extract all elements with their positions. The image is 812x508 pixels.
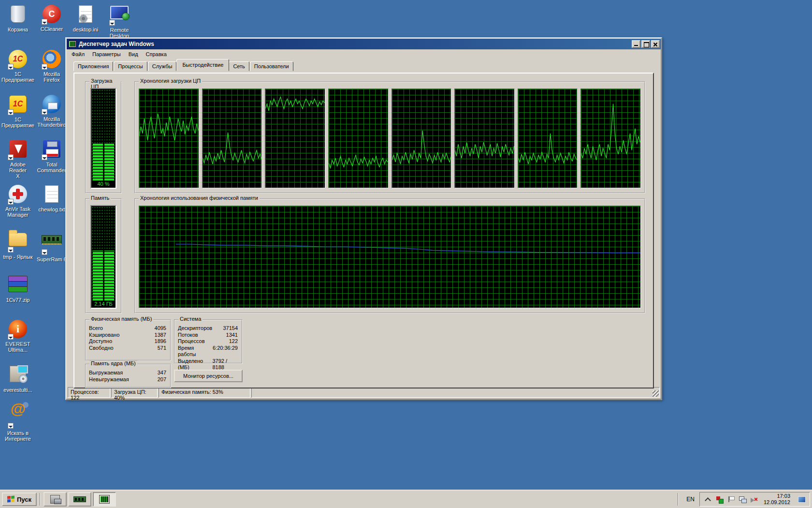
desktop-icon-installer[interactable]: everestulti...: [1, 364, 35, 393]
tab-процессы[interactable]: Процессы: [114, 61, 147, 71]
performance-tab-page: Загрузка ЦП 40 % Хронология загрузки ЦП …: [73, 73, 654, 388]
shortcut-arrow-icon: [42, 19, 47, 25]
stat-label: Доступно: [89, 338, 112, 345]
task-manager-task-button[interactable]: [93, 492, 116, 507]
memory-history-panel: [139, 206, 641, 308]
tray-clock: 17:03 12.09.2012: [762, 493, 792, 506]
desktop-icon-firefox[interactable]: Mozilla Firefox: [35, 49, 69, 83]
tray-panel: 17:03 12.09.2012: [699, 492, 810, 507]
desktop-icon-label: EVEREST Ultima...: [1, 341, 35, 353]
desktop-icon-total-commander[interactable]: Total Commander: [35, 139, 69, 173]
desktop-icon-ccleaner[interactable]: CCCleaner: [35, 4, 69, 32]
desktop-icon-recycle-bin[interactable]: Корзина: [1, 4, 35, 32]
desktop-icon-label: 1С Предприятие: [1, 117, 35, 128]
minimize-button[interactable]: [632, 40, 640, 48]
task-manager-window: Диспетчер задач Windows ФайлПараметрыВид…: [65, 37, 662, 400]
show-desktop-icon[interactable]: [798, 496, 806, 503]
memory-value: 2,14 ГБ: [91, 300, 116, 308]
tab-быстродействие[interactable]: Быстродействие: [176, 59, 229, 71]
cpu-history-panel: [580, 89, 641, 188]
resize-grip[interactable]: [652, 390, 659, 397]
maximize-button[interactable]: [641, 40, 650, 48]
desktop-icon-zip-archive[interactable]: 1Cv77.zip: [1, 274, 35, 303]
title-bar[interactable]: Диспетчер задач Windows: [67, 39, 661, 49]
stat-value: 571: [158, 345, 166, 352]
tab-службы[interactable]: Службы: [148, 61, 177, 71]
desktop-icon-label: Mozilla Thunderbird: [35, 116, 69, 128]
desktop-icon-everest[interactable]: iEVEREST Ultima...: [1, 319, 35, 353]
desktop-icon-1c-v8[interactable]: 1С1С Предприятие: [1, 94, 35, 128]
stat-row: Процессов122: [177, 338, 239, 345]
cpu-usage-group: Загрузка ЦП 40 %: [85, 81, 122, 194]
desktop-icon-search-internet[interactable]: @Искать в Интернете: [1, 409, 35, 442]
stat-value: 207: [158, 376, 166, 383]
desktop-icon-label: Total Commander: [35, 162, 69, 173]
stat-value: 347: [158, 370, 166, 376]
tray-network-icon[interactable]: [739, 495, 746, 503]
menu-справка[interactable]: Справка: [142, 50, 171, 58]
task-manager-icon: [69, 41, 76, 47]
tray-separator: [678, 493, 679, 506]
tab-приложения[interactable]: Приложения: [73, 61, 113, 71]
anvir-task-button[interactable]: [44, 492, 67, 507]
stat-row: Всего4095: [88, 325, 167, 332]
stat-label: Кэшировано: [89, 332, 119, 339]
desktop-icon-label: SuperRam 6: [35, 256, 69, 262]
kernel-memory-group: Память ядра (МБ) Выгружаемая347Невыгружа…: [85, 364, 171, 388]
stat-value: 6:20:36:29: [213, 345, 238, 358]
stat-row: Выгружаемая347: [88, 370, 167, 376]
desktop-icon-folder[interactable]: tmp - Ярлык: [1, 229, 35, 260]
status-pane: Загрузка ЦП: 40%: [111, 387, 158, 398]
stat-value: 1896: [155, 338, 166, 345]
menu-файл[interactable]: Файл: [68, 50, 88, 58]
stat-label: Выгружаемая: [89, 370, 123, 376]
tray-volume-muted-icon[interactable]: [750, 495, 758, 503]
shortcut-arrow-icon: [8, 154, 14, 160]
desktop-icon-ram[interactable]: SuperRam 6: [35, 229, 69, 262]
shortcut-arrow-icon: [8, 109, 14, 115]
installer-icon: [10, 366, 26, 382]
tray-app-icon[interactable]: [715, 495, 723, 503]
desktop-icon-label: Искать в Интернете: [1, 430, 35, 442]
tab-пользователи[interactable]: Пользователи: [250, 61, 293, 71]
desktop-icon-adobe-reader[interactable]: Adobe Reader X: [1, 139, 35, 179]
stat-value: 4095: [155, 325, 166, 332]
status-bar: Процессов: 122Загрузка ЦП: 40%Физическая…: [68, 387, 660, 398]
cpu-history-panel: [265, 89, 325, 188]
desktop-icon-thunderbird[interactable]: Mozilla Thunderbird: [35, 94, 69, 128]
cpu-history-panel: [202, 89, 262, 188]
stat-row: Выделено (МБ)3792 / 8188: [177, 358, 239, 371]
menu-bar: ФайлПараметрыВидСправка: [67, 49, 661, 59]
tray-expand-icon[interactable]: [704, 495, 711, 503]
zip-archive-icon: [8, 276, 28, 292]
stat-label: Процессов: [178, 338, 205, 345]
menu-параметры[interactable]: Параметры: [88, 50, 125, 58]
tray-flag-icon[interactable]: [727, 495, 735, 503]
shortcut-arrow-icon: [8, 334, 14, 340]
system-title: Система: [178, 316, 203, 322]
memory-title: Память: [89, 195, 111, 201]
recycle-bin-icon: [11, 5, 25, 23]
stat-row: Время работы6:20:36:29: [177, 345, 239, 358]
stat-value: 3792 / 8188: [212, 358, 238, 371]
superram-task-button[interactable]: [68, 492, 91, 507]
desktop-icon-1c-enterprise[interactable]: 1С1С Предприятие: [1, 49, 35, 83]
stat-value: 1341: [226, 332, 238, 339]
desktop-icon-config-file[interactable]: desktop.ini: [69, 4, 102, 32]
tab-сеть[interactable]: Сеть: [229, 61, 249, 71]
taskbar: Пуск EN 17:03 12.09.2012: [0, 490, 812, 508]
menu-вид[interactable]: Вид: [125, 50, 142, 58]
shortcut-arrow-icon: [42, 154, 47, 160]
shortcut-arrow-icon: [109, 20, 115, 26]
cpu-history-group: Хронология загрузки ЦП: [134, 81, 645, 194]
windows-flag-icon: [7, 495, 15, 503]
language-indicator[interactable]: EN: [682, 496, 699, 503]
start-button[interactable]: Пуск: [2, 493, 37, 506]
desktop-icon-remote-desktop[interactable]: Remote Desktop: [102, 4, 136, 39]
close-button[interactable]: [651, 40, 660, 48]
resource-monitor-button[interactable]: Монитор ресурсов...: [174, 370, 243, 382]
desktop-icon-label: everestulti...: [1, 387, 35, 393]
desktop-icon-anvir[interactable]: AnVir Task Manager: [1, 184, 35, 218]
desktop-icon-text-file[interactable]: chewlog.txt: [35, 184, 69, 212]
kernel-memory-title: Память ядра (МБ): [89, 360, 137, 366]
